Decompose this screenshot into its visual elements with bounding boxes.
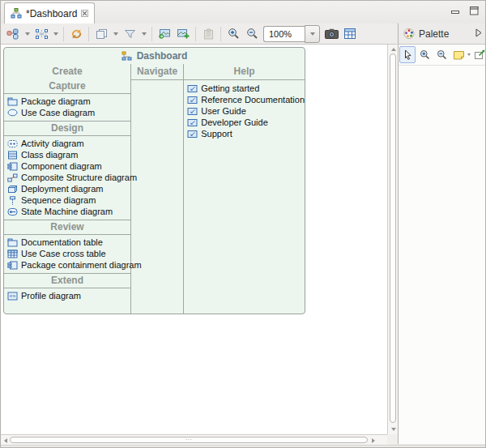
diagram-nodes-button[interactable] [4,25,22,43]
window-controls [451,6,479,15]
horizontal-scroll-thumb[interactable]: ⋯ [10,437,368,443]
dropdown-arrow-icon[interactable] [111,25,120,43]
extend-section-title: Extend [4,274,130,288]
use-case-diagram-icon [6,109,18,117]
palette-title: Palette [419,28,449,40]
diagram-toolbar [1,23,397,45]
scroll-right-arrow-icon[interactable] [369,436,377,445]
item-label: Activity diagram [21,139,84,148]
collapse-arrow-icon[interactable] [475,28,482,40]
palette-header[interactable]: Palette [398,23,486,45]
use-case-cross-table-icon [6,250,18,258]
activity-diagram-icon [6,139,18,148]
close-icon[interactable] [81,10,88,17]
arrange-button[interactable] [32,25,50,43]
camera-icon [325,28,339,39]
list-item[interactable]: State Machine diagram [4,206,130,217]
help-link-icon [186,130,198,139]
list-item[interactable]: Package containment diagram [4,259,130,271]
image-add-icon [177,28,190,39]
minimize-button[interactable] [451,7,460,15]
list-item[interactable]: Developer Guide [184,117,305,128]
list-item[interactable]: Sequence diagram [4,194,130,206]
dropdown-arrow-icon[interactable] [139,25,148,43]
dashboard-icon [122,51,133,61]
create-column-header: Create [4,64,130,79]
palette-toolbar [399,45,486,66]
bottom-trim [1,445,486,448]
list-item[interactable]: Support [184,128,305,139]
list-item[interactable]: Documentation table [4,237,130,248]
list-item[interactable]: Getting started [184,83,305,94]
capture-section-title: Capture [4,79,130,94]
deployment-diagram-icon [6,185,18,194]
toolbar-separator [63,27,64,41]
dashboard-title-bar: Dashboard [4,48,305,64]
zoom-level-input[interactable] [263,26,305,42]
item-label: Deployment diagram [21,184,104,194]
component-diagram-icon [6,162,18,171]
diagram-tree-icon [11,8,22,19]
dropdown-arrow-icon[interactable] [51,25,60,43]
item-label: User Guide [201,106,246,116]
help-link-icon [186,107,198,116]
tab-dashboard[interactable]: *Dashboard [4,2,95,23]
paste-button[interactable] [199,25,217,43]
pin-icon [474,49,485,60]
zoom-in-button[interactable] [224,25,242,43]
list-item[interactable]: Activity diagram [4,138,130,149]
synchronize-button[interactable] [67,25,85,43]
note-tool-button[interactable] [450,46,467,63]
copy-appearance-button[interactable] [92,25,110,43]
help-link-icon [186,118,198,127]
list-item[interactable]: Package diagram [4,96,130,107]
export-image-button[interactable] [156,25,173,43]
list-item[interactable]: User Guide [184,105,305,117]
snapshot-button[interactable] [322,25,340,43]
diagram-canvas[interactable]: Dashboard Create Capture [1,45,387,434]
list-item[interactable]: Composite Structure diagram [4,172,130,183]
review-section-title: Review [4,220,130,235]
palette-zoom-in-button[interactable] [416,46,433,63]
filters-button[interactable] [121,25,139,43]
palette-zoom-out-button[interactable] [433,46,450,63]
zoom-dropdown-button[interactable] [305,25,320,43]
dropdown-arrow-icon[interactable] [467,53,471,56]
documentation-table-icon [6,238,18,247]
cursor-icon [403,49,412,60]
review-section: Review Documentation table [4,220,130,274]
note-icon [453,50,465,60]
grid-button[interactable] [341,25,359,43]
list-item[interactable]: Deployment diagram [4,183,130,194]
arrange-icon [35,28,49,40]
list-item[interactable]: Class diagram [4,149,130,160]
vertical-scroll-thumb[interactable] [390,53,396,423]
select-tool-button[interactable] [399,46,416,63]
zoom-in-icon [420,49,430,60]
horizontal-scrollbar: ⋯ [1,434,387,445]
navigate-column-header: Navigate [131,64,183,80]
scroll-left-arrow-icon[interactable] [1,436,10,445]
link-tool-button[interactable] [471,46,486,63]
zoom-out-button[interactable] [243,25,261,43]
add-image-button[interactable] [174,25,192,43]
item-label: Class diagram [21,150,78,160]
dashboard-title: Dashboard [137,50,188,62]
editor-tab-bar: *Dashboard [1,1,486,24]
scroll-up-arrow-icon[interactable] [389,45,398,53]
list-item[interactable]: «» Profile diagram [4,290,130,301]
scroll-down-arrow-icon[interactable] [389,425,398,433]
package-containment-diagram-icon [6,261,18,270]
capture-section: Capture Package diagram [4,79,130,122]
list-item[interactable]: Component diagram [4,160,130,172]
scroll-grip: ⋯ [185,438,193,442]
profile-diagram-icon: «» [6,292,18,301]
dropdown-arrow-icon[interactable] [23,25,32,43]
list-item[interactable]: Reference Documentation [184,94,305,105]
maximize-button[interactable] [470,6,479,15]
list-item[interactable]: Use Case diagram [4,107,130,118]
toolbar-separator [220,27,221,41]
list-item[interactable]: Use Case cross table [4,248,130,259]
create-column: Create Capture Package diagram [4,64,131,314]
class-diagram-icon [6,151,18,160]
